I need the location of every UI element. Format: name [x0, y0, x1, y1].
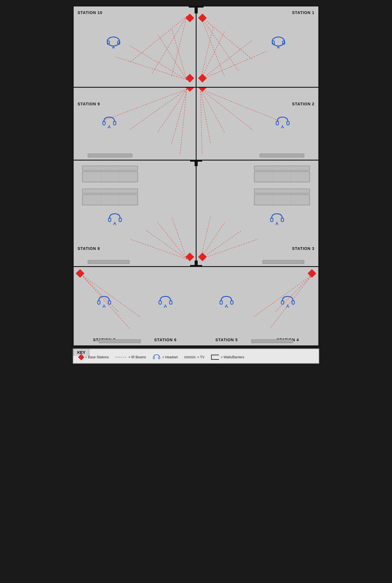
bracket-3-tl: [197, 161, 202, 166]
key-item-ir: = IR Beams: [115, 355, 146, 359]
key-wall-label: = Walls/Barriers: [221, 355, 244, 359]
svg-point-71: [164, 306, 166, 308]
middle-section: STATION 8: [74, 161, 318, 267]
couch-3-bottom: [254, 189, 310, 205]
svg-line-40: [200, 89, 211, 144]
key-base-station-label: = Base Stations: [85, 355, 109, 359]
floor-plan: STATION 10: [73, 6, 319, 346]
base-station-3: [198, 252, 207, 261]
svg-line-17: [200, 16, 253, 60]
bottom-row: STATION 7 STATION 6: [74, 267, 318, 345]
ir-beams-9: [74, 88, 196, 160]
key-item-headset: = Headset: [153, 354, 178, 360]
svg-line-10: [158, 34, 187, 80]
svg-line-5: [130, 16, 187, 62]
tv-2: [260, 154, 304, 157]
svg-line-7: [172, 16, 187, 76]
main-container: STATION 10: [73, 6, 319, 364]
couch-3-top: [254, 166, 310, 182]
bracket-8-br: [190, 261, 196, 266]
key-items: = Base Stations = IR Beams = Headset = T…: [79, 354, 313, 360]
svg-rect-82: [158, 357, 160, 359]
svg-point-67: [103, 306, 105, 308]
svg-line-18: [200, 16, 239, 71]
svg-line-22: [200, 32, 225, 80]
key-item-wall: = Walls/Barriers: [211, 355, 244, 360]
svg-rect-81: [153, 357, 155, 359]
svg-line-6: [152, 16, 187, 74]
station-1-label: STATION 1: [292, 10, 314, 15]
station-2-box: STATION 2: [197, 88, 319, 160]
station-4-area: STATION 4: [257, 267, 319, 345]
key-ir-icon: [115, 355, 127, 359]
ir-beams-2: [197, 88, 319, 160]
couch-8-bottom: [82, 189, 138, 205]
station-3-label: STATION 3: [292, 246, 314, 251]
headset-10: [106, 36, 121, 51]
headset-8: [107, 212, 123, 227]
second-row: STATION 9: [74, 88, 318, 161]
station-3-box: STATION 3: [197, 161, 319, 266]
svg-line-31: [172, 89, 187, 144]
headset-7: [97, 295, 112, 310]
svg-point-27: [108, 127, 110, 128]
svg-line-41: [200, 89, 202, 155]
couch-8-top: [82, 166, 138, 182]
station-9-label: STATION 9: [78, 102, 100, 106]
key-tv-label: = TV: [197, 355, 204, 359]
tv-8: [88, 260, 130, 264]
svg-line-30: [158, 89, 187, 133]
tv-3: [262, 260, 304, 264]
headset-3: [269, 212, 285, 227]
svg-line-20: [200, 51, 267, 80]
svg-line-23: [200, 26, 213, 80]
svg-point-36: [281, 127, 284, 128]
svg-line-54: [200, 239, 258, 259]
svg-line-47: [146, 231, 187, 259]
key-section: KEY = Base Stations = IR Beams = Headset: [73, 349, 319, 364]
station-5-area: STATION 5: [196, 267, 257, 345]
svg-point-45: [114, 224, 116, 225]
svg-line-39: [200, 89, 225, 133]
station-9-box: STATION 9: [74, 88, 197, 160]
svg-point-4: [113, 47, 114, 48]
station-1-box: STATION 1: [197, 6, 319, 87]
svg-point-16: [277, 47, 279, 48]
svg-line-56: [200, 222, 225, 259]
svg-line-55: [200, 231, 241, 259]
tv-9: [88, 154, 132, 157]
key-wall-icon: [211, 355, 219, 360]
svg-line-9: [130, 46, 187, 80]
ir-beams-10: [74, 6, 196, 87]
headset-2: [275, 116, 290, 131]
station-6-area: STATION 6: [135, 267, 196, 345]
svg-line-19: [200, 16, 225, 76]
tv-bottom-left: [99, 339, 141, 343]
key-ir-label: = IR Beams: [128, 355, 146, 359]
station-8-box: STATION 8: [74, 161, 197, 266]
base-station-1b: [198, 74, 207, 82]
base-station-9a: [185, 88, 194, 92]
svg-line-38: [200, 89, 253, 130]
tv-bottom-right: [251, 339, 293, 343]
base-station-8: [185, 252, 194, 261]
headset-5: [219, 295, 234, 310]
base-station-10b: [185, 74, 194, 82]
base-station-1a: [198, 13, 207, 22]
key-headset-icon: [153, 354, 160, 360]
svg-point-75: [225, 306, 228, 308]
svg-line-48: [158, 222, 187, 259]
headset-4: [280, 295, 295, 310]
top-row: STATION 10: [74, 6, 318, 88]
base-station-10a: [185, 13, 194, 22]
station-10-box: STATION 10: [74, 6, 197, 87]
key-headset-label: = Headset: [162, 355, 178, 359]
headset-9: [102, 116, 117, 131]
key-item-tv: = TV: [184, 355, 204, 359]
station-5-label: STATION 5: [215, 338, 238, 342]
bracket-3-bl: [197, 261, 202, 266]
station-7-area: STATION 7: [74, 267, 135, 345]
svg-line-21: [200, 40, 253, 80]
svg-line-11: [172, 29, 187, 80]
svg-line-8: [116, 57, 187, 80]
